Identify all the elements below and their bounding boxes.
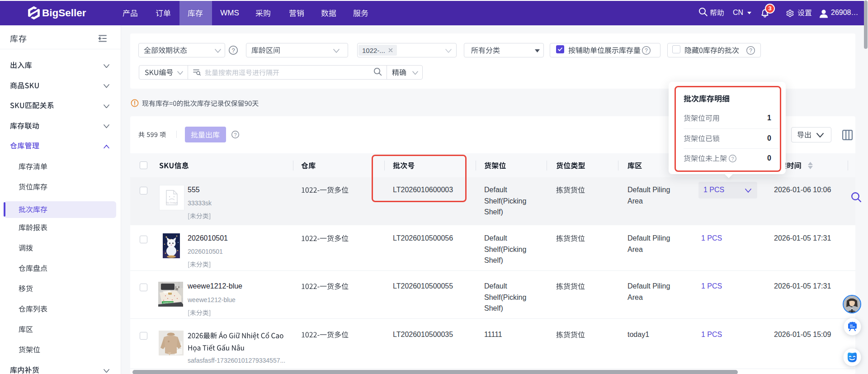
svg-text:?: ? — [234, 132, 236, 137]
svg-text:?: ? — [749, 47, 752, 54]
svg-text:?: ? — [231, 47, 235, 54]
svg-text:No Image: No Image — [166, 201, 178, 204]
svg-text:?: ? — [645, 47, 648, 54]
